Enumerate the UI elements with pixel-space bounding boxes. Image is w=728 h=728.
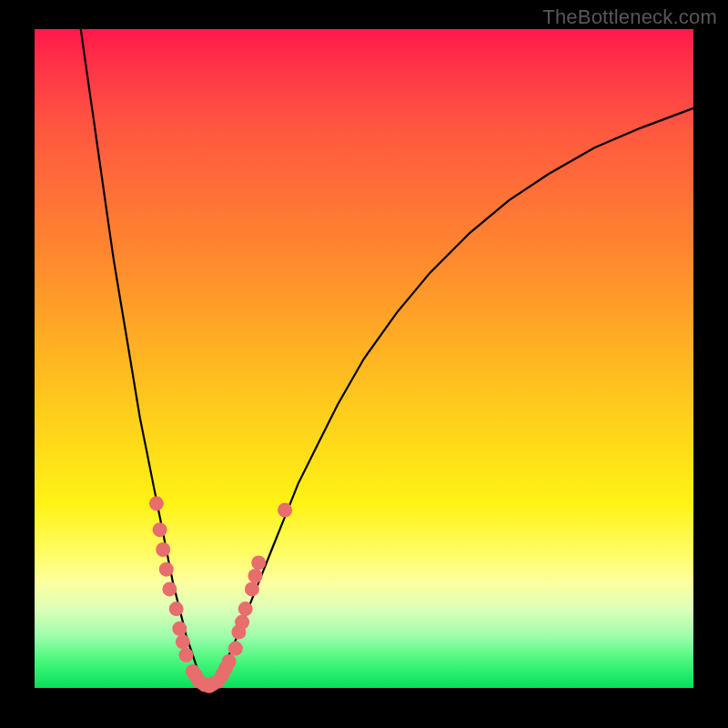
scatter-point (172, 622, 187, 636)
scatter-point (153, 522, 167, 537)
scatter-point (156, 542, 170, 557)
scatter-point (248, 569, 263, 583)
chart-container: TheBottleneck.com (0, 0, 728, 728)
scatter-point (228, 642, 243, 656)
plot-area (35, 29, 693, 688)
scatter-point (179, 648, 194, 662)
scatter-points (149, 496, 292, 693)
curve-and-points-layer (35, 29, 693, 688)
scatter-point (235, 615, 249, 630)
scatter-point (176, 634, 190, 649)
scatter-point (159, 562, 174, 577)
scatter-point (149, 496, 164, 511)
scatter-point (245, 581, 259, 596)
scatter-point (278, 503, 292, 518)
watermark-text: TheBottleneck.com (542, 5, 717, 29)
scatter-point (238, 602, 253, 616)
scatter-point (251, 555, 266, 570)
scatter-point (169, 602, 184, 616)
scatter-point (222, 654, 237, 669)
scatter-point (162, 581, 177, 596)
